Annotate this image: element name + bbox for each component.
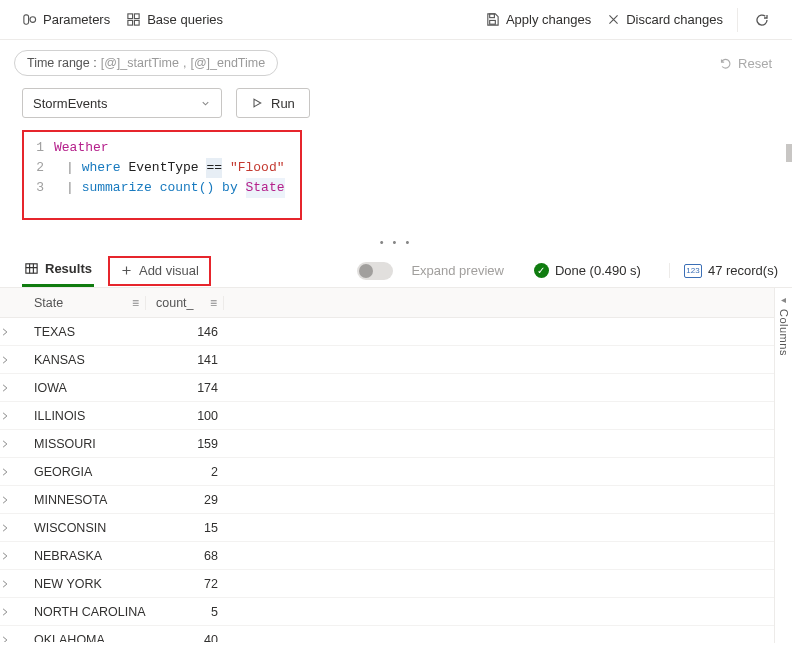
table-icon xyxy=(24,261,39,276)
timerange-label: Time range : xyxy=(27,56,97,70)
run-button[interactable]: Run xyxy=(236,88,310,118)
table-row[interactable]: IOWA174 xyxy=(0,374,774,402)
cell-count: 40 xyxy=(146,633,224,643)
svg-rect-4 xyxy=(128,20,133,25)
expand-row-chevron[interactable] xyxy=(0,607,34,617)
cell-count: 15 xyxy=(146,521,224,535)
cell-state: MINNESOTA xyxy=(34,493,146,507)
plus-icon xyxy=(120,264,133,277)
reset-button[interactable]: Reset xyxy=(712,52,778,75)
column-header-state[interactable]: State ≡ xyxy=(34,296,146,310)
timerange-sep: , xyxy=(183,56,186,70)
column-header-label: State xyxy=(34,296,63,310)
expand-preview-toggle[interactable] xyxy=(357,262,393,280)
token-pipe: | xyxy=(66,178,74,198)
cell-count: 174 xyxy=(146,381,224,395)
table-row[interactable]: NORTH CAROLINA5 xyxy=(0,598,774,626)
parameters-label: Parameters xyxy=(43,12,110,27)
query-editor[interactable]: 1 Weather 2 | where EventType == "Flood"… xyxy=(22,130,302,220)
datasource-toolbar: StormEvents Run xyxy=(0,82,792,128)
token-identifier: EventType xyxy=(128,158,198,178)
cell-state: GEORGIA xyxy=(34,465,146,479)
timerange-row: Time range : [@]_startTime , [@]_endTime… xyxy=(0,40,792,82)
refresh-button[interactable] xyxy=(737,8,778,32)
discard-changes-label: Discard changes xyxy=(626,12,723,27)
expand-row-chevron[interactable] xyxy=(0,551,34,561)
token-pipe: | xyxy=(66,158,74,178)
cell-count: 29 xyxy=(146,493,224,507)
table-row[interactable]: OKLAHOMA40 xyxy=(0,626,774,642)
toggle-knob xyxy=(359,264,373,278)
base-queries-label: Base queries xyxy=(147,12,223,27)
cell-count: 5 xyxy=(146,605,224,619)
line-number: 2 xyxy=(32,158,54,178)
token-keyword: where xyxy=(82,158,121,178)
cell-count: 100 xyxy=(146,409,224,423)
expand-row-chevron[interactable] xyxy=(0,467,34,477)
record-icon: 123 xyxy=(684,264,702,278)
expand-row-chevron[interactable] xyxy=(0,383,34,393)
table-body[interactable]: TEXAS146KANSAS141IOWA174ILLINOIS100MISSO… xyxy=(0,318,774,642)
table-row[interactable]: ILLINOIS100 xyxy=(0,402,774,430)
svg-rect-8 xyxy=(26,263,37,272)
token-keyword: summarize xyxy=(82,178,152,198)
table-row[interactable]: GEORGIA2 xyxy=(0,458,774,486)
timerange-pill[interactable]: Time range : [@]_startTime , [@]_endTime xyxy=(14,50,278,76)
table-row[interactable]: NEBRASKA68 xyxy=(0,542,774,570)
expand-row-chevron[interactable] xyxy=(0,635,34,643)
cell-state: KANSAS xyxy=(34,353,146,367)
token-table: Weather xyxy=(54,138,109,158)
table-row[interactable]: MINNESOTA29 xyxy=(0,486,774,514)
base-queries-button[interactable]: Base queries xyxy=(118,8,231,31)
table-row[interactable]: WISCONSIN15 xyxy=(0,514,774,542)
cell-state: IOWA xyxy=(34,381,146,395)
splitter-handle[interactable]: • • • xyxy=(0,234,792,248)
results-table: State ≡ count_ ≡ TEXAS146KANSAS141IOWA17… xyxy=(0,288,774,643)
record-count-text: 47 record(s) xyxy=(708,263,778,278)
save-icon xyxy=(485,12,500,27)
expand-row-chevron[interactable] xyxy=(0,355,34,365)
undo-icon xyxy=(718,56,732,70)
cell-count: 68 xyxy=(146,549,224,563)
cell-state: TEXAS xyxy=(34,325,146,339)
expand-preview-label: Expand preview xyxy=(411,263,504,278)
cell-state: WISCONSIN xyxy=(34,521,146,535)
svg-rect-6 xyxy=(490,14,495,18)
cell-count: 159 xyxy=(146,437,224,451)
cell-state: NEW YORK xyxy=(34,577,146,591)
top-toolbar: Parameters Base queries Apply changes Di… xyxy=(0,0,792,40)
parameters-icon xyxy=(22,12,37,27)
line-number: 1 xyxy=(32,138,54,158)
refresh-icon xyxy=(754,12,770,28)
table-row[interactable]: MISSOURI159 xyxy=(0,430,774,458)
apply-changes-button[interactable]: Apply changes xyxy=(477,8,599,31)
token-column: State xyxy=(246,178,285,198)
close-icon xyxy=(607,13,620,26)
tab-results[interactable]: Results xyxy=(22,255,94,287)
svg-rect-3 xyxy=(135,14,140,19)
expand-row-chevron[interactable] xyxy=(0,579,34,589)
table-row[interactable]: NEW YORK72 xyxy=(0,570,774,598)
column-header-count[interactable]: count_ ≡ xyxy=(146,296,224,310)
expand-row-chevron[interactable] xyxy=(0,495,34,505)
expand-row-chevron[interactable] xyxy=(0,327,34,337)
datasource-select[interactable]: StormEvents xyxy=(22,88,222,118)
columns-flyout-tab[interactable]: ◂ Columns xyxy=(774,288,792,643)
expand-row-chevron[interactable] xyxy=(0,411,34,421)
add-visual-button[interactable]: Add visual xyxy=(108,256,211,286)
parameters-button[interactable]: Parameters xyxy=(14,8,118,31)
columns-flyout-label: Columns xyxy=(778,309,790,356)
expand-row-chevron[interactable] xyxy=(0,439,34,449)
line-number: 3 xyxy=(32,178,54,198)
discard-changes-button[interactable]: Discard changes xyxy=(599,8,731,31)
table-row[interactable]: KANSAS141 xyxy=(0,346,774,374)
cell-state: OKLAHOMA xyxy=(34,633,146,643)
success-icon: ✓ xyxy=(534,263,549,278)
svg-rect-0 xyxy=(24,15,29,24)
results-panel: State ≡ count_ ≡ TEXAS146KANSAS141IOWA17… xyxy=(0,288,792,643)
menu-icon: ≡ xyxy=(210,296,217,310)
svg-rect-2 xyxy=(128,14,133,19)
expand-row-chevron[interactable] xyxy=(0,523,34,533)
table-row[interactable]: TEXAS146 xyxy=(0,318,774,346)
token-keyword: by xyxy=(222,178,238,198)
